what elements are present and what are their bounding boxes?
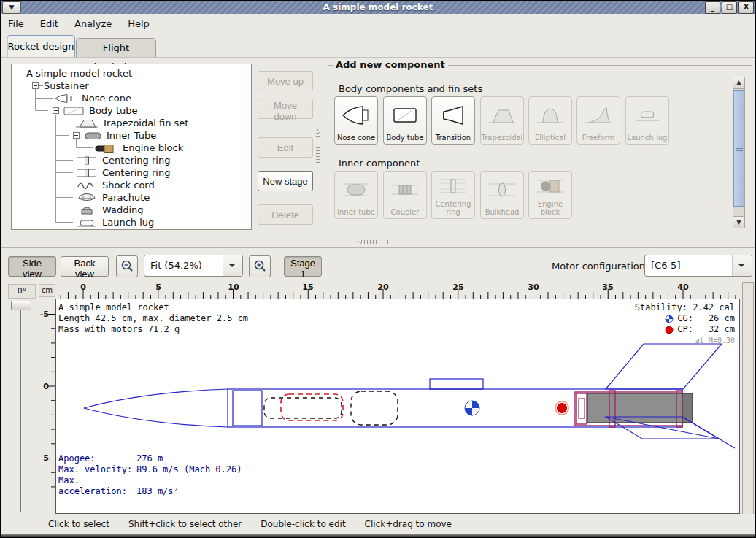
scroll-down-icon[interactable]: ▼ xyxy=(733,216,744,228)
fin-set-icon xyxy=(74,118,99,128)
chevron-down-icon xyxy=(732,255,752,276)
tree-item-nose-cone[interactable]: Nose cone xyxy=(82,92,131,104)
tree-item-engine-block[interactable]: Engine block xyxy=(123,142,183,154)
max-acceleration-value: 183 m/s² xyxy=(136,486,179,496)
menu-analyze[interactable]: Analyze xyxy=(74,18,112,29)
motor-configuration-select[interactable]: [C6-5] xyxy=(644,255,752,277)
window-title: A simple model rocket xyxy=(1,2,755,12)
menu-edit[interactable]: Edit xyxy=(40,18,58,29)
max-acceleration-label: Max. acceleration: xyxy=(58,475,136,497)
h-ruler-35: 35 xyxy=(602,283,613,292)
hint-click-select: Click to select xyxy=(48,519,109,529)
vertical-ruler: -5 0 5 xyxy=(37,299,55,503)
tree-item-parachute[interactable]: Parachute xyxy=(102,191,150,204)
tree-item-rocket[interactable]: A simple model rocket xyxy=(26,67,132,80)
expander-inner-tube[interactable] xyxy=(73,132,80,139)
tree-item-shock-cord[interactable]: Shock cord xyxy=(102,179,155,191)
tree-item-sustainer[interactable]: Sustainer xyxy=(44,80,89,92)
add-bulkhead-button[interactable]: Bulkhead xyxy=(480,171,524,219)
add-transition-button[interactable]: Transition xyxy=(431,96,475,145)
tree-item-body-tube[interactable]: Body tube xyxy=(89,104,138,117)
rotation-slider-thumb[interactable] xyxy=(11,301,31,310)
close-button[interactable]: X xyxy=(738,1,754,14)
h-ruler-25: 25 xyxy=(452,283,463,292)
shock-cord-icon xyxy=(76,180,98,191)
menu-file[interactable]: File xyxy=(8,18,24,29)
tab-rocket-design[interactable]: Rocket design xyxy=(7,35,75,58)
max-velocity-label: Max. velocity: xyxy=(58,464,136,475)
inner-component-label: Inner component xyxy=(339,158,420,169)
rotation-slider[interactable] xyxy=(20,306,21,512)
move-up-button[interactable]: Move up xyxy=(258,71,313,91)
scrollbar-thumb[interactable] xyxy=(733,90,744,207)
delete-button[interactable]: Delete xyxy=(258,204,313,225)
body-tube-icon xyxy=(63,106,86,116)
zoom-in-button[interactable] xyxy=(249,255,271,277)
title-bar[interactable]: ▼ A simple model rocket _ □ X xyxy=(1,1,755,14)
tree-item-wadding[interactable]: Wadding xyxy=(102,204,144,216)
tree-item-fin-set[interactable]: Trapezoidal fin set xyxy=(102,117,188,129)
panel-divider[interactable] xyxy=(1,247,755,248)
stage-1-toggle[interactable]: Stage 1 xyxy=(284,256,322,277)
h-ruler-0: 0 xyxy=(80,283,86,292)
cg-marker xyxy=(465,401,479,415)
transition-icon xyxy=(437,97,469,134)
elliptical-fin-icon xyxy=(534,97,566,134)
add-body-tube-button[interactable]: Body tube xyxy=(383,96,427,145)
engine-block-icon xyxy=(93,143,118,153)
tab-flight-simulations[interactable]: Flight simulations xyxy=(76,38,156,58)
expander-body-tube[interactable] xyxy=(53,107,59,114)
tree-item-inner-tube[interactable]: Inner Tube xyxy=(107,129,156,142)
menu-help[interactable]: Help xyxy=(128,18,150,29)
rocket-canvas[interactable]: A simple model rocket Length 42.5 cm, ma… xyxy=(55,299,740,514)
zoom-out-button[interactable] xyxy=(116,255,138,277)
move-down-button[interactable]: Move down xyxy=(258,99,313,119)
maximize-button[interactable]: □ xyxy=(722,1,737,14)
add-elliptical-fin-button[interactable]: Elliptical xyxy=(528,96,572,145)
add-freeform-fin-button[interactable]: Freeform xyxy=(576,96,620,145)
split-handle-vertical[interactable] xyxy=(316,128,320,164)
v-ruler-neg5: -5 xyxy=(40,310,49,319)
add-inner-tube-button[interactable]: Inner tube xyxy=(334,171,378,219)
inner-tube-icon xyxy=(83,131,104,141)
tree-item-centering-ring-2[interactable]: Centering ring xyxy=(102,166,170,179)
tab-divider xyxy=(1,57,755,58)
scroll-up-icon[interactable]: ▲ xyxy=(733,77,744,89)
new-stage-button[interactable]: New stage xyxy=(258,171,313,191)
component-panel-scrollbar[interactable]: ▲ ▼ xyxy=(733,77,745,228)
launch-lug-icon xyxy=(631,97,663,134)
window-menu-icon[interactable]: ▼ xyxy=(2,1,21,14)
split-handle-horizontal[interactable] xyxy=(357,240,389,244)
add-engine-block-button[interactable]: Engine block xyxy=(528,171,572,219)
motor-configuration-value: [C6-5] xyxy=(651,255,680,276)
component-tree[interactable]: A simple model rocket Sustainer Nose con… xyxy=(11,64,252,230)
side-view-button[interactable]: Side view xyxy=(8,256,56,277)
tree-item-launch-lug[interactable]: Launch lug xyxy=(102,216,154,228)
flight-stats: Apogee:276 m Max. velocity:89.6 m/s (Mac… xyxy=(58,453,242,497)
zoom-level-value: Fit (54.2%) xyxy=(150,255,202,276)
add-centering-ring-button[interactable]: Centering ring xyxy=(431,171,475,219)
hint-click-drag: Click+drag to move xyxy=(365,519,452,529)
edit-button[interactable]: Edit xyxy=(258,137,313,158)
add-trapezoidal-fin-button[interactable]: Trapezoidal xyxy=(480,96,524,145)
add-coupler-button[interactable]: Coupler xyxy=(383,171,427,219)
expander-sustainer[interactable] xyxy=(32,82,39,89)
minimize-button[interactable]: _ xyxy=(705,1,720,14)
add-launch-lug-button[interactable]: Launch lug xyxy=(625,96,669,145)
window-resize-edge[interactable] xyxy=(1,534,755,537)
coupler-icon xyxy=(389,172,421,208)
back-view-button[interactable]: Back view xyxy=(61,256,109,277)
h-ruler-5: 5 xyxy=(155,283,161,292)
trapezoidal-fin-icon xyxy=(486,97,518,134)
h-ruler-40: 40 xyxy=(677,283,688,292)
tree-item-centering-ring-1[interactable]: Centering ring xyxy=(102,154,170,166)
hint-double-click: Double-click to edit xyxy=(261,519,345,529)
rocket-figure-panel: 0° cm 0 5 10 15 20 25 30 35 40 -5 0 5 A … xyxy=(1,282,756,523)
launch-lug-icon xyxy=(76,218,98,228)
zoom-level-select[interactable]: Fit (54.2%) xyxy=(144,255,243,277)
figure-scrollbar[interactable] xyxy=(742,282,754,520)
add-nose-cone-button[interactable]: Nose cone xyxy=(334,96,378,145)
rotation-angle-label: 0° xyxy=(8,284,36,299)
h-ruler-10: 10 xyxy=(228,283,239,292)
chevron-down-icon xyxy=(223,255,242,276)
